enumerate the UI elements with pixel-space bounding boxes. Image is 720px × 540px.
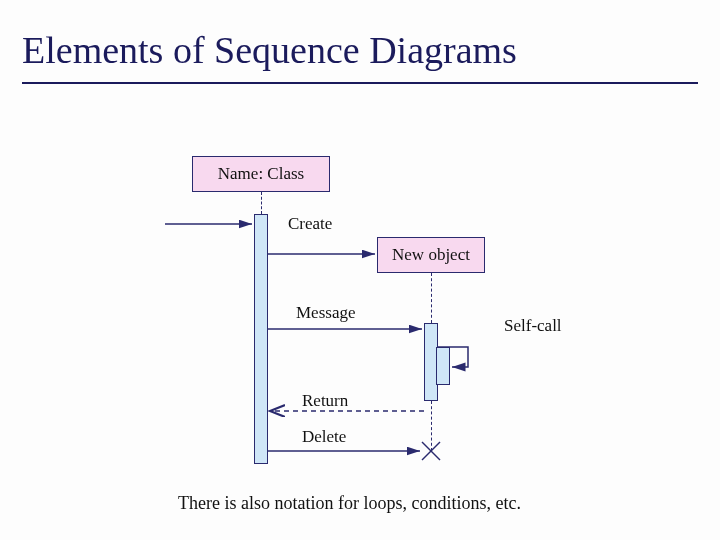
label-message: Message	[296, 303, 355, 323]
object-new: New object	[377, 237, 485, 273]
object-primary-label: Name: Class	[218, 164, 304, 184]
label-delete: Delete	[302, 427, 346, 447]
lifeline-new-top	[431, 273, 432, 323]
footer-note: There is also notation for loops, condit…	[178, 493, 521, 514]
diagram-arrows	[0, 0, 720, 540]
label-selfcall: Self-call	[504, 316, 562, 336]
lifeline-new-bottom	[431, 401, 432, 451]
label-create: Create	[288, 214, 332, 234]
activation-primary	[254, 214, 268, 464]
title-underline	[22, 82, 698, 84]
object-primary: Name: Class	[192, 156, 330, 192]
object-new-label: New object	[392, 245, 470, 265]
activation-selfcall	[436, 347, 450, 385]
lifeline-primary-top	[261, 192, 262, 214]
label-return: Return	[302, 391, 348, 411]
page-title: Elements of Sequence Diagrams	[22, 28, 517, 72]
